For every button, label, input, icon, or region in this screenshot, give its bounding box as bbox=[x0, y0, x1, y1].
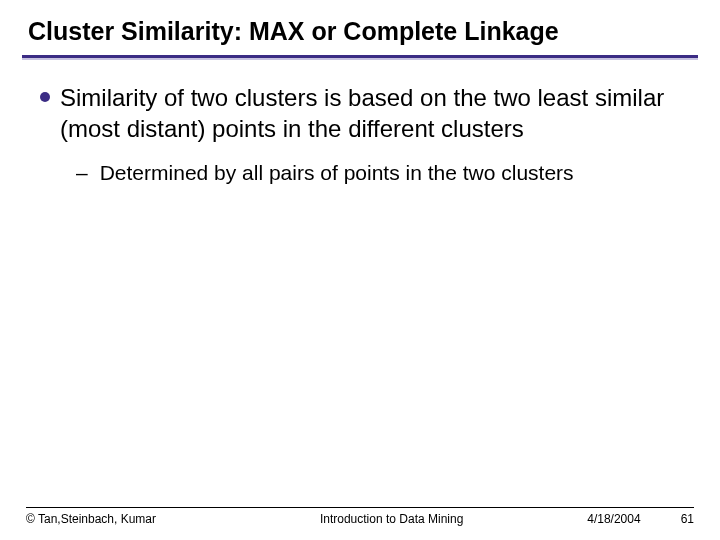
footer-page-number: 61 bbox=[681, 512, 694, 526]
dash-icon: – bbox=[76, 159, 88, 186]
footer-date: 4/18/2004 bbox=[587, 512, 640, 526]
footer-copyright: © Tan,Steinbach, Kumar bbox=[26, 512, 156, 526]
bullet-item: Similarity of two clusters is based on t… bbox=[40, 82, 680, 144]
title-underline bbox=[0, 47, 720, 60]
sub-bullet-item: – Determined by all pairs of points in t… bbox=[40, 159, 680, 186]
title-block: Cluster Similarity: MAX or Complete Link… bbox=[0, 0, 720, 47]
content-area: Similarity of two clusters is based on t… bbox=[0, 60, 720, 186]
footer: © Tan,Steinbach, Kumar Introduction to D… bbox=[0, 507, 720, 526]
footer-row: © Tan,Steinbach, Kumar Introduction to D… bbox=[26, 512, 694, 526]
slide: Cluster Similarity: MAX or Complete Link… bbox=[0, 0, 720, 540]
slide-title: Cluster Similarity: MAX or Complete Link… bbox=[28, 16, 692, 47]
footer-center: Introduction to Data Mining bbox=[156, 512, 587, 526]
footer-divider bbox=[26, 507, 694, 508]
bullet-text: Similarity of two clusters is based on t… bbox=[60, 82, 680, 144]
sub-bullet-text: Determined by all pairs of points in the… bbox=[100, 159, 574, 186]
bullet-dot-icon bbox=[40, 92, 50, 102]
